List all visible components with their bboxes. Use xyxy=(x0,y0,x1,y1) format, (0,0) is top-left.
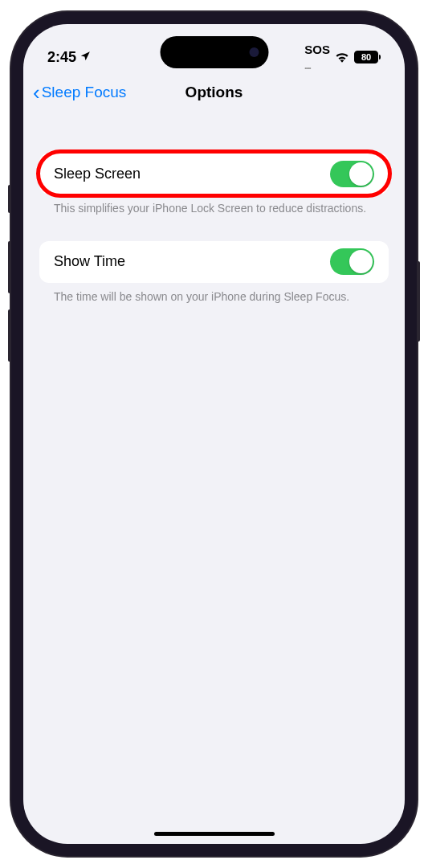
phone-frame: 2:45 SOS •••• xyxy=(11,12,417,856)
back-button[interactable]: ‹ Sleep Focus xyxy=(33,80,126,105)
show-time-toggle[interactable] xyxy=(330,248,374,275)
page-title: Options xyxy=(185,84,243,101)
volume-down-button xyxy=(8,309,11,362)
navigation-bar: ‹ Sleep Focus Options xyxy=(23,72,405,113)
wifi-icon xyxy=(335,51,349,63)
status-left: 2:45 xyxy=(47,49,91,66)
sleep-screen-section: Sleep Screen xyxy=(39,153,389,194)
volume-up-button xyxy=(8,241,11,293)
status-right: SOS •••• 80 xyxy=(304,43,381,72)
sos-label: SOS xyxy=(304,43,330,56)
show-time-row[interactable]: Show Time xyxy=(39,241,389,283)
sleep-screen-label: Sleep Screen xyxy=(54,166,141,182)
back-label: Sleep Focus xyxy=(42,84,127,101)
location-icon xyxy=(79,49,91,66)
content-area: Sleep Screen This simplifies your iPhone… xyxy=(23,113,405,305)
screen: 2:45 SOS •••• xyxy=(23,24,405,844)
sleep-screen-toggle[interactable] xyxy=(330,161,374,187)
home-indicator[interactable] xyxy=(154,832,275,836)
silent-switch xyxy=(8,185,11,213)
sleep-screen-description: This simplifies your iPhone Lock Screen … xyxy=(39,194,389,217)
sleep-screen-row[interactable]: Sleep Screen xyxy=(39,153,389,194)
power-button xyxy=(417,261,420,342)
show-time-description: The time will be shown on your iPhone du… xyxy=(39,283,389,305)
battery-level: 80 xyxy=(361,52,371,62)
sos-indicator: SOS •••• xyxy=(304,43,330,72)
chevron-left-icon: ‹ xyxy=(33,80,40,105)
show-time-label: Show Time xyxy=(54,253,125,270)
battery-icon: 80 xyxy=(354,51,381,63)
status-time: 2:45 xyxy=(47,49,76,66)
signal-dots: •••• xyxy=(304,65,330,72)
dynamic-island xyxy=(160,36,268,68)
